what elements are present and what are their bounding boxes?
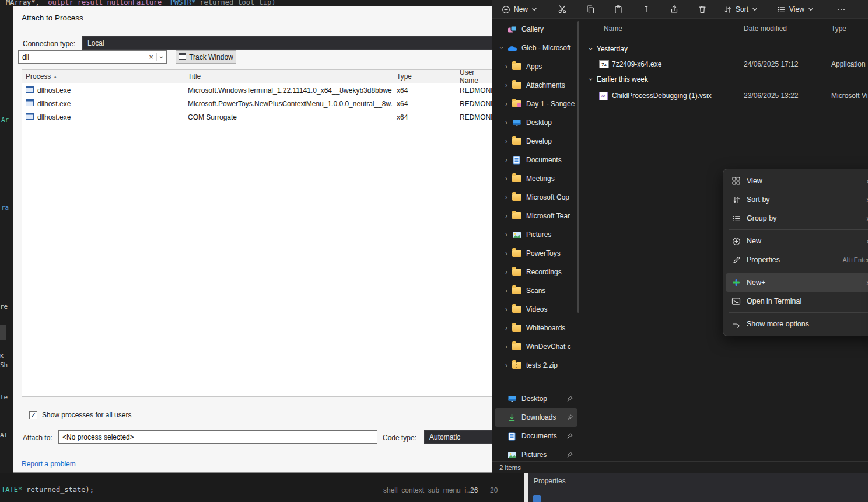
chevron-down-icon[interactable]: › — [497, 44, 506, 52]
sidebar-item-gallery[interactable]: Gallery — [495, 20, 578, 39]
connection-type-label: Connection type: — [23, 40, 75, 48]
context-menu-item-open-in-terminal[interactable]: Open in Terminal — [726, 292, 868, 311]
connection-type-dropdown[interactable]: Local — [82, 36, 498, 50]
context-menu-item-new[interactable]: New› — [726, 232, 868, 250]
view-button[interactable]: View — [774, 2, 817, 16]
track-window-button[interactable]: Track Window — [176, 50, 236, 64]
document-icon — [511, 156, 522, 165]
sidebar-item-powertoys[interactable]: ›PowerToys — [495, 244, 578, 263]
chevron-down-icon — [808, 6, 814, 12]
sidebar-item-day1[interactable]: ›Day 1 - Sangee — [495, 95, 578, 113]
chevron-right-icon[interactable]: › — [502, 361, 511, 369]
code-fragment: Sh — [0, 361, 8, 369]
context-menu-item-properties[interactable]: PropertiesAlt+Enter — [726, 250, 868, 269]
sidebar-item-develop[interactable]: ›Develop — [495, 132, 578, 151]
sidebar-item-videos[interactable]: ›Videos — [495, 300, 578, 319]
chevron-right-icon[interactable]: › — [502, 305, 511, 313]
chevron-right-icon[interactable]: › — [502, 212, 511, 220]
ellipsis-icon — [836, 5, 846, 14]
show-all-users-checkbox[interactable]: ✓ — [29, 411, 37, 419]
file-row-7z[interactable]: 7z 7z2409-x64.exe 24/06/2025 17:12 Appli… — [584, 57, 868, 72]
sidebar-item-desktop-pinned[interactable]: Desktop — [495, 389, 578, 408]
chevron-right-icon[interactable]: › — [502, 324, 511, 332]
code-type-dropdown[interactable]: Automatic — [424, 430, 498, 444]
chevron-right-icon[interactable]: › — [502, 62, 511, 71]
process-type: x64 — [393, 100, 456, 108]
new-button[interactable]: New — [498, 2, 541, 16]
chevron-right-icon[interactable]: › — [502, 137, 511, 145]
context-menu-item-sort-by[interactable]: Sort by› — [726, 190, 868, 209]
column-header-name[interactable]: Name — [604, 25, 622, 33]
sidebar-item-attachments[interactable]: ›Attachments — [495, 76, 578, 95]
more-options-icon — [732, 319, 741, 329]
process-row[interactable]: dllhost.exe COM Surrogate x64 REDMOND — [22, 110, 497, 124]
chevron-right-icon[interactable]: › — [502, 156, 511, 164]
report-problem-link[interactable]: Report a problem — [22, 460, 76, 468]
chevron-right-icon[interactable]: › — [502, 81, 511, 89]
chevron-right-icon[interactable]: › — [502, 100, 511, 108]
sidebar-item-tests-zip[interactable]: ›tests 2.zip — [495, 356, 578, 375]
delete-button[interactable] — [694, 2, 710, 16]
view-grid-icon — [732, 176, 741, 186]
cut-button[interactable] — [554, 2, 570, 16]
sidebar-item-scans[interactable]: ›Scans — [495, 281, 578, 300]
column-header-user[interactable]: User Name — [456, 70, 497, 83]
column-header-date-modified[interactable]: Date modified — [744, 25, 787, 33]
sidebar-item-microsoft-cop[interactable]: ›Microsoft Cop — [495, 188, 578, 207]
sidebar-item-downloads-pinned[interactable]: Downloads — [495, 408, 578, 427]
sidebar-item-desktop[interactable]: ›Desktop — [495, 113, 578, 132]
process-filter-input[interactable]: dll × › — [18, 50, 167, 64]
process-row[interactable]: dllhost.exe Microsoft.WindowsTerminal_1.… — [22, 83, 497, 97]
process-title: Microsoft.PowerToys.NewPlusContextMenu_1… — [184, 100, 393, 108]
context-menu-item-newplus[interactable]: New+› — [726, 273, 868, 292]
sort-button[interactable]: Sort — [720, 2, 761, 16]
sidebar-item-windevchat[interactable]: ›WinDevChat c — [495, 337, 578, 356]
filter-dropdown-icon[interactable]: › — [156, 53, 166, 61]
file-row-vsix[interactable]: ∞ ChildProcessDebugging (1).vsix 23/06/2… — [584, 88, 868, 104]
rename-button[interactable] — [638, 2, 654, 16]
sidebar-item-documents-pinned[interactable]: Documents — [495, 427, 578, 445]
sidebar-item-onedrive[interactable]: ›Gleb - Microsoft — [495, 39, 578, 57]
attach-to-input[interactable]: <No process selected> — [58, 430, 377, 444]
process-row[interactable]: dllhost.exe Microsoft.PowerToys.NewPlusC… — [22, 97, 497, 110]
sidebar-item-whiteboards[interactable]: ›Whiteboards — [495, 319, 578, 337]
clear-filter-icon[interactable]: × — [146, 53, 156, 61]
group-header-earlier-this-week[interactable]: ›Earlier this week — [590, 72, 648, 87]
menu-separator — [729, 312, 868, 313]
scissors-icon — [558, 5, 567, 14]
code-line: TATE* returned_state); — [1, 486, 94, 494]
chevron-right-icon[interactable]: › — [502, 231, 511, 239]
group-header-yesterday[interactable]: ›Yesterday — [590, 41, 628, 57]
sidebar-item-apps[interactable]: ›Apps — [495, 57, 578, 76]
sidebar-item-documents[interactable]: ›Documents — [495, 151, 578, 169]
vsix-file-icon: ∞ — [599, 92, 608, 100]
share-button[interactable] — [666, 2, 682, 16]
sidebar-item-microsoft-tear[interactable]: ›Microsoft Tear — [495, 207, 578, 225]
context-menu-item-view[interactable]: View› — [726, 172, 868, 190]
sidebar-scrollbar[interactable] — [578, 21, 579, 313]
chevron-down-icon — [752, 6, 758, 12]
item-count: 2 items — [499, 464, 521, 471]
properties-panel: Properties — [528, 473, 868, 502]
sidebar-item-pictures[interactable]: ›Pictures — [495, 225, 578, 244]
column-header-title[interactable]: Title — [184, 70, 393, 83]
copy-button[interactable] — [582, 2, 598, 16]
chevron-right-icon[interactable]: › — [502, 175, 511, 183]
chevron-right-icon[interactable]: › — [502, 268, 511, 276]
sidebar-item-recordings[interactable]: ›Recordings — [495, 263, 578, 281]
paste-button[interactable] — [610, 2, 626, 16]
context-menu-item-group-by[interactable]: Group by› — [726, 209, 868, 228]
sidebar-item-pictures-pinned[interactable]: Pictures — [495, 445, 578, 461]
column-header-type[interactable]: Type — [831, 25, 846, 33]
chevron-right-icon[interactable]: › — [502, 118, 511, 127]
folder-icon — [511, 325, 522, 332]
chevron-right-icon[interactable]: › — [502, 249, 511, 257]
context-menu-item-show-more-options[interactable]: Show more options — [726, 315, 868, 333]
chevron-right-icon[interactable]: › — [502, 343, 511, 351]
column-header-type[interactable]: Type — [393, 70, 456, 83]
chevron-right-icon[interactable]: › — [502, 287, 511, 295]
column-header-process[interactable]: Process▲ — [22, 70, 184, 83]
more-options-button[interactable] — [833, 2, 849, 16]
sidebar-item-meetings[interactable]: ›Meetings — [495, 169, 578, 188]
chevron-right-icon[interactable]: › — [502, 193, 511, 201]
